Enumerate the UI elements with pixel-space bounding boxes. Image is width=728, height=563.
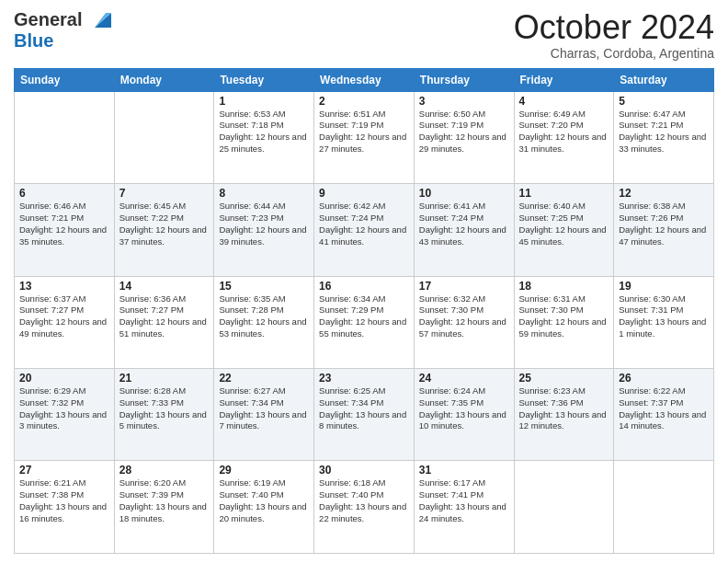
col-header-tuesday: Tuesday — [214, 68, 314, 91]
day-info: Sunrise: 6:21 AMSunset: 7:38 PMDaylight:… — [19, 477, 109, 524]
day-info: Sunrise: 6:23 AMSunset: 7:36 PMDaylight:… — [519, 385, 609, 432]
day-number: 31 — [419, 464, 509, 477]
day-info: Sunrise: 6:41 AMSunset: 7:24 PMDaylight:… — [419, 201, 509, 247]
logo: General Blue — [14, 9, 111, 52]
day-number: 22 — [219, 372, 309, 385]
day-info: Sunrise: 6:42 AMSunset: 7:24 PMDaylight:… — [319, 201, 409, 247]
calendar-cell: 7Sunrise: 6:45 AMSunset: 7:22 PMDaylight… — [114, 184, 214, 276]
calendar-cell: 4Sunrise: 6:49 AMSunset: 7:20 PMDaylight… — [514, 91, 614, 183]
title-area: October 2024 Charras, Cordoba, Argentina — [514, 9, 714, 61]
calendar-cell: 28Sunrise: 6:20 AMSunset: 7:39 PMDayligh… — [114, 461, 214, 554]
day-info: Sunrise: 6:17 AMSunset: 7:41 PMDaylight:… — [419, 477, 509, 524]
day-info: Sunrise: 6:46 AMSunset: 7:21 PMDaylight:… — [19, 201, 109, 247]
calendar-week-4: 20Sunrise: 6:29 AMSunset: 7:32 PMDayligh… — [15, 369, 714, 461]
calendar-cell: 27Sunrise: 6:21 AMSunset: 7:38 PMDayligh… — [15, 461, 115, 554]
day-number: 18 — [519, 280, 609, 293]
header: General Blue October 2024 Charras, Cordo… — [14, 9, 714, 61]
calendar-cell: 1Sunrise: 6:53 AMSunset: 7:18 PMDaylight… — [214, 91, 314, 183]
month-title: October 2024 — [514, 9, 714, 46]
calendar-cell: 11Sunrise: 6:40 AMSunset: 7:25 PMDayligh… — [514, 184, 614, 276]
day-number: 23 — [319, 372, 409, 385]
day-number: 21 — [119, 372, 210, 385]
logo-general: General — [14, 9, 82, 30]
day-number: 20 — [19, 372, 109, 385]
day-info: Sunrise: 6:29 AMSunset: 7:32 PMDaylight:… — [19, 385, 109, 432]
calendar-week-1: 1Sunrise: 6:53 AMSunset: 7:18 PMDaylight… — [15, 91, 714, 183]
calendar-week-3: 13Sunrise: 6:37 AMSunset: 7:27 PMDayligh… — [15, 276, 714, 368]
day-info: Sunrise: 6:36 AMSunset: 7:27 PMDaylight:… — [119, 293, 210, 340]
day-number: 16 — [319, 280, 409, 293]
day-info: Sunrise: 6:18 AMSunset: 7:40 PMDaylight:… — [319, 477, 409, 524]
day-number: 1 — [219, 95, 309, 108]
day-info: Sunrise: 6:31 AMSunset: 7:30 PMDaylight:… — [519, 293, 609, 340]
calendar-cell: 3Sunrise: 6:50 AMSunset: 7:19 PMDaylight… — [414, 91, 514, 183]
day-number: 17 — [419, 280, 509, 293]
day-info: Sunrise: 6:50 AMSunset: 7:19 PMDaylight:… — [419, 109, 509, 155]
calendar-cell: 2Sunrise: 6:51 AMSunset: 7:19 PMDaylight… — [314, 91, 415, 183]
day-info: Sunrise: 6:40 AMSunset: 7:25 PMDaylight:… — [519, 201, 609, 247]
calendar-cell: 14Sunrise: 6:36 AMSunset: 7:27 PMDayligh… — [114, 276, 214, 368]
day-number: 15 — [219, 280, 309, 293]
day-info: Sunrise: 6:47 AMSunset: 7:21 PMDaylight:… — [619, 109, 709, 155]
day-number: 7 — [119, 187, 210, 200]
day-info: Sunrise: 6:19 AMSunset: 7:40 PMDaylight:… — [219, 477, 309, 524]
day-number: 12 — [619, 187, 709, 200]
day-number: 6 — [19, 187, 109, 200]
calendar-week-5: 27Sunrise: 6:21 AMSunset: 7:38 PMDayligh… — [15, 461, 714, 554]
day-info: Sunrise: 6:35 AMSunset: 7:28 PMDaylight:… — [219, 293, 309, 340]
calendar-cell: 13Sunrise: 6:37 AMSunset: 7:27 PMDayligh… — [15, 276, 115, 368]
calendar-cell: 9Sunrise: 6:42 AMSunset: 7:24 PMDaylight… — [314, 184, 415, 276]
calendar-cell: 30Sunrise: 6:18 AMSunset: 7:40 PMDayligh… — [314, 461, 415, 554]
calendar-cell: 31Sunrise: 6:17 AMSunset: 7:41 PMDayligh… — [414, 461, 514, 554]
day-info: Sunrise: 6:38 AMSunset: 7:26 PMDaylight:… — [619, 201, 709, 247]
day-info: Sunrise: 6:24 AMSunset: 7:35 PMDaylight:… — [419, 385, 509, 432]
col-header-friday: Friday — [514, 68, 614, 91]
day-info: Sunrise: 6:27 AMSunset: 7:34 PMDaylight:… — [219, 385, 309, 432]
col-header-wednesday: Wednesday — [314, 68, 415, 91]
day-number: 2 — [319, 95, 409, 108]
day-info: Sunrise: 6:45 AMSunset: 7:22 PMDaylight:… — [119, 201, 210, 247]
col-header-monday: Monday — [114, 68, 214, 91]
day-info: Sunrise: 6:22 AMSunset: 7:37 PMDaylight:… — [619, 385, 709, 432]
calendar-cell — [15, 91, 115, 183]
calendar-cell: 20Sunrise: 6:29 AMSunset: 7:32 PMDayligh… — [15, 369, 115, 461]
calendar-header-row: SundayMondayTuesdayWednesdayThursdayFrid… — [15, 68, 714, 91]
day-number: 9 — [319, 187, 409, 200]
day-info: Sunrise: 6:37 AMSunset: 7:27 PMDaylight:… — [19, 293, 109, 340]
calendar-week-2: 6Sunrise: 6:46 AMSunset: 7:21 PMDaylight… — [15, 184, 714, 276]
calendar-cell: 10Sunrise: 6:41 AMSunset: 7:24 PMDayligh… — [414, 184, 514, 276]
logo-icon — [85, 11, 111, 29]
calendar-cell: 5Sunrise: 6:47 AMSunset: 7:21 PMDaylight… — [614, 91, 714, 183]
calendar-cell: 17Sunrise: 6:32 AMSunset: 7:30 PMDayligh… — [414, 276, 514, 368]
calendar-cell: 19Sunrise: 6:30 AMSunset: 7:31 PMDayligh… — [614, 276, 714, 368]
calendar-cell: 25Sunrise: 6:23 AMSunset: 7:36 PMDayligh… — [514, 369, 614, 461]
day-number: 11 — [519, 187, 609, 200]
day-number: 14 — [119, 280, 210, 293]
calendar-cell: 29Sunrise: 6:19 AMSunset: 7:40 PMDayligh… — [214, 461, 314, 554]
day-info: Sunrise: 6:44 AMSunset: 7:23 PMDaylight:… — [219, 201, 309, 247]
calendar-cell — [114, 91, 214, 183]
day-info: Sunrise: 6:53 AMSunset: 7:18 PMDaylight:… — [219, 109, 309, 155]
day-number: 19 — [619, 280, 709, 293]
day-number: 5 — [619, 95, 709, 108]
calendar-cell: 12Sunrise: 6:38 AMSunset: 7:26 PMDayligh… — [614, 184, 714, 276]
calendar-cell: 24Sunrise: 6:24 AMSunset: 7:35 PMDayligh… — [414, 369, 514, 461]
page: General Blue October 2024 Charras, Cordo… — [0, 0, 728, 563]
calendar-cell: 18Sunrise: 6:31 AMSunset: 7:30 PMDayligh… — [514, 276, 614, 368]
calendar-cell — [514, 461, 614, 554]
day-number: 3 — [419, 95, 509, 108]
logo-blue: Blue — [14, 30, 53, 51]
day-number: 10 — [419, 187, 509, 200]
calendar-cell: 16Sunrise: 6:34 AMSunset: 7:29 PMDayligh… — [314, 276, 415, 368]
calendar-cell: 15Sunrise: 6:35 AMSunset: 7:28 PMDayligh… — [214, 276, 314, 368]
day-info: Sunrise: 6:32 AMSunset: 7:30 PMDaylight:… — [419, 293, 509, 340]
calendar-cell: 22Sunrise: 6:27 AMSunset: 7:34 PMDayligh… — [214, 369, 314, 461]
calendar-cell: 23Sunrise: 6:25 AMSunset: 7:34 PMDayligh… — [314, 369, 415, 461]
calendar-cell: 6Sunrise: 6:46 AMSunset: 7:21 PMDaylight… — [15, 184, 115, 276]
day-number: 29 — [219, 464, 309, 477]
day-info: Sunrise: 6:28 AMSunset: 7:33 PMDaylight:… — [119, 385, 210, 432]
calendar-cell — [614, 461, 714, 554]
calendar-cell: 8Sunrise: 6:44 AMSunset: 7:23 PMDaylight… — [214, 184, 314, 276]
day-number: 13 — [19, 280, 109, 293]
day-info: Sunrise: 6:49 AMSunset: 7:20 PMDaylight:… — [519, 109, 609, 155]
